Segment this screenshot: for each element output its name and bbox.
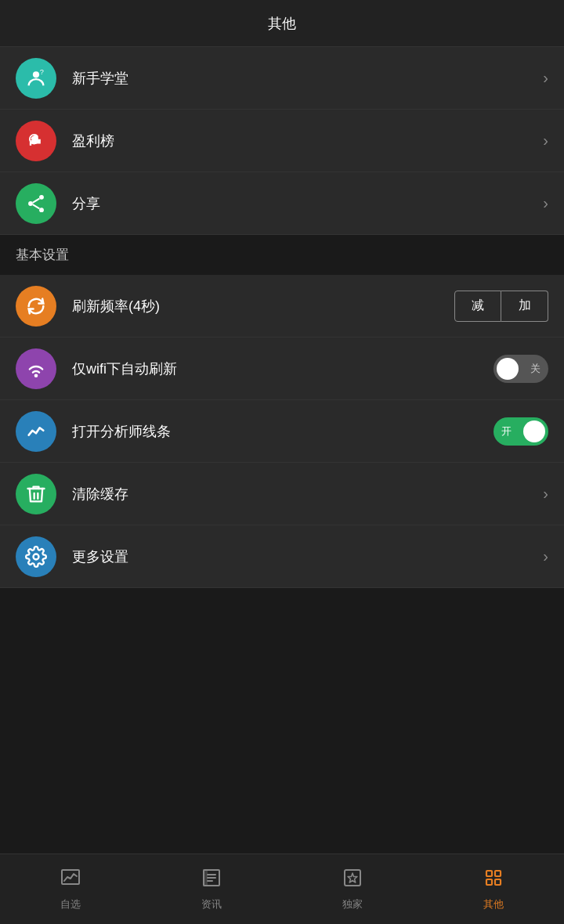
beginner-label: 新手学堂 bbox=[72, 69, 543, 88]
wifi-toggle[interactable]: 关 bbox=[494, 355, 548, 383]
profit-icon bbox=[16, 121, 56, 161]
gear-icon bbox=[16, 536, 56, 577]
more-settings-label: 更多设置 bbox=[72, 547, 543, 566]
nav-other[interactable]: 其他 bbox=[423, 854, 564, 924]
settings-item-refresh[interactable]: 刷新频率(4秒) 减 加 bbox=[0, 275, 564, 337]
bottom-nav: 自选 资讯 独家 bbox=[0, 854, 564, 924]
refresh-stepper: 减 加 bbox=[454, 291, 548, 322]
svg-point-0 bbox=[33, 71, 39, 78]
settings-item-wifi[interactable]: 仅wifi下自动刷新 关 bbox=[0, 337, 564, 400]
svg-point-8 bbox=[35, 374, 37, 376]
wifi-auto-label: 仅wifi下自动刷新 bbox=[72, 359, 494, 378]
profit-label: 盈利榜 bbox=[72, 132, 543, 150]
svg-rect-18 bbox=[486, 871, 492, 876]
nav-watchlist[interactable]: 自选 bbox=[0, 854, 141, 924]
share-chevron: › bbox=[543, 194, 548, 212]
svg-line-7 bbox=[33, 204, 40, 208]
svg-rect-16 bbox=[345, 870, 360, 886]
basic-settings-section: 基本设置 bbox=[0, 235, 564, 275]
svg-rect-15 bbox=[204, 870, 207, 886]
nav-news[interactable]: 资讯 bbox=[141, 854, 282, 924]
svg-text:?: ? bbox=[40, 68, 44, 76]
svg-point-9 bbox=[34, 554, 39, 559]
increase-button[interactable]: 加 bbox=[501, 291, 548, 322]
trash-icon bbox=[16, 474, 56, 514]
svg-line-6 bbox=[33, 198, 40, 202]
settings-item-more[interactable]: 更多设置 › bbox=[0, 525, 564, 588]
clear-cache-label: 清除缓存 bbox=[72, 485, 543, 504]
page-header: 其他 bbox=[0, 0, 564, 47]
analyst-icon bbox=[16, 411, 56, 452]
news-icon bbox=[201, 867, 222, 894]
nav-news-label: 资讯 bbox=[201, 897, 222, 911]
wifi-icon bbox=[16, 348, 56, 389]
svg-rect-19 bbox=[495, 871, 501, 876]
svg-point-3 bbox=[39, 194, 44, 199]
analyst-toggle[interactable]: 开 bbox=[494, 417, 548, 446]
top-menu-list: ? 新手学堂 › 盈利榜 › bbox=[0, 47, 564, 235]
chart-icon bbox=[60, 867, 81, 894]
nav-exclusive[interactable]: 独家 bbox=[282, 854, 423, 924]
more-settings-chevron: › bbox=[543, 547, 548, 565]
grid-icon bbox=[483, 867, 504, 894]
share-label: 分享 bbox=[72, 194, 543, 213]
decrease-button[interactable]: 减 bbox=[454, 291, 501, 322]
svg-rect-21 bbox=[495, 879, 501, 885]
svg-point-5 bbox=[39, 208, 44, 212]
refresh-label: 刷新频率(4秒) bbox=[72, 297, 454, 316]
clear-cache-chevron: › bbox=[543, 485, 548, 503]
refresh-icon bbox=[16, 286, 56, 327]
toggle-on-label: 开 bbox=[501, 424, 512, 439]
menu-item-profit[interactable]: 盈利榜 › bbox=[0, 110, 564, 172]
svg-rect-20 bbox=[486, 879, 492, 885]
svg-marker-17 bbox=[348, 873, 357, 882]
page-title: 其他 bbox=[268, 14, 296, 33]
settings-list: 刷新频率(4秒) 减 加 仅wifi下自动刷新 关 打开分析师线条 bbox=[0, 275, 564, 588]
profit-chevron: › bbox=[543, 132, 548, 150]
menu-item-beginner[interactable]: ? 新手学堂 › bbox=[0, 47, 564, 110]
section-label: 基本设置 bbox=[16, 247, 69, 262]
star-icon bbox=[342, 867, 363, 894]
share-icon bbox=[16, 183, 56, 224]
settings-item-analyst[interactable]: 打开分析师线条 开 bbox=[0, 400, 564, 463]
toggle-knob bbox=[497, 358, 519, 380]
beginner-icon: ? bbox=[16, 58, 56, 99]
nav-exclusive-label: 独家 bbox=[342, 897, 363, 911]
toggle-off-label: 关 bbox=[530, 362, 540, 376]
settings-item-clear-cache[interactable]: 清除缓存 › bbox=[0, 463, 564, 525]
svg-point-4 bbox=[28, 201, 33, 206]
menu-item-share[interactable]: 分享 › bbox=[0, 172, 564, 235]
nav-watchlist-label: 自选 bbox=[60, 897, 81, 911]
nav-other-label: 其他 bbox=[483, 897, 504, 911]
toggle-knob-on bbox=[523, 420, 545, 442]
svg-rect-10 bbox=[62, 870, 79, 884]
analyst-label: 打开分析师线条 bbox=[72, 422, 494, 441]
beginner-chevron: › bbox=[543, 69, 548, 87]
svg-rect-2 bbox=[30, 142, 31, 146]
